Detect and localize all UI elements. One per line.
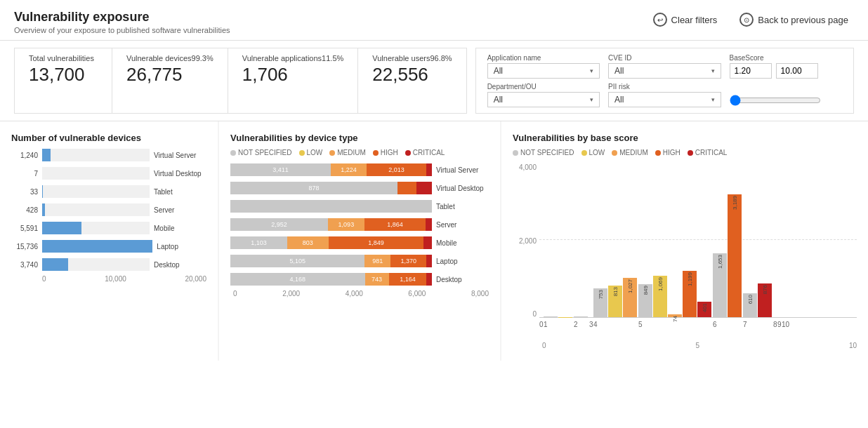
sbar-seg: 2,013 <box>367 163 426 176</box>
sbar-seg: 743 <box>365 273 389 286</box>
vbar-bar: 1,027 <box>623 278 637 317</box>
sbar-seg <box>426 163 432 176</box>
kpi-cards: Total vulnerabilities 13,700 Vulnerable … <box>14 48 467 114</box>
sbar-seg: 3,411 <box>230 163 331 176</box>
kpi-value-2: 1,706 <box>242 64 344 86</box>
legend-label: MEDIUM <box>619 149 648 156</box>
sbar-seg <box>397 182 416 194</box>
legend-dot <box>299 150 305 156</box>
chart3-title: Vulnerabilities by base score <box>513 133 857 143</box>
chart2-title: Vulnerabilities by device type <box>230 133 489 143</box>
chart3-group: 1,653 3,189 6 <box>713 194 742 317</box>
chart3-y-axis: 02,0004,000 <box>513 163 539 318</box>
pii-select[interactable]: All ▾ <box>608 92 721 107</box>
chart3-x-label: 5 <box>638 321 643 328</box>
chart1-bars: 1,240 Virtual Server 7 Virtual Desktop 3… <box>11 149 206 283</box>
chart3-area: 02,0004,0000 1 23 753 813 1,027 4 849 1,… <box>513 163 857 339</box>
sbar-stack: 1,1038031,849 <box>230 236 432 249</box>
app-name-select[interactable]: All ▾ <box>487 63 600 79</box>
dept-select[interactable]: All ▾ <box>487 92 600 107</box>
sbar-row: 3,4111,2242,013 Virtual Server <box>230 163 489 176</box>
sbar-stack: 2,9521,0931,864 <box>230 218 432 231</box>
kpi-value-3: 22,556 <box>372 64 452 86</box>
vbar-bar: 74 <box>668 314 682 317</box>
sbar-seg <box>423 236 432 249</box>
sbar-seg: 2,952 <box>230 218 328 231</box>
vbar-label: 1,027 <box>627 279 633 293</box>
clear-filters-icon: ↩ <box>653 13 667 27</box>
header-left: Vulnerability exposure Overview of your … <box>14 10 230 34</box>
legend-label: CRITICAL <box>695 149 728 156</box>
vbar-bar: 813 <box>608 286 622 317</box>
hbar-container <box>42 167 150 180</box>
chart3-group: 849 1,069 74 1,199 401 5 <box>638 271 711 317</box>
hbar-row: 33 Tablet <box>11 185 206 198</box>
vbar-bar: 1,653 <box>713 253 727 317</box>
cve-id-label: CVE ID <box>608 54 721 62</box>
kpi-value-1: 26,775 <box>126 64 213 86</box>
kpi-label-1: Vulnerable devices <box>126 54 192 62</box>
chart1-axis: 010,00020,000 <box>11 275 206 283</box>
legend-item: MEDIUM <box>612 149 648 156</box>
legend-dot <box>655 150 661 156</box>
hbar-bar <box>42 240 152 253</box>
cve-id-select[interactable]: All ▾ <box>608 63 721 79</box>
vbar-bar: 1,199 <box>683 271 697 317</box>
sbar-cat-label: Virtual Desktop <box>436 185 489 192</box>
sbar-seg <box>426 255 431 267</box>
page-subtitle: Overview of your exposure to published s… <box>14 26 230 34</box>
sbar-cat-label: Virtual Server <box>436 166 489 174</box>
sbar-seg: 1,093 <box>328 218 364 231</box>
hbar-val-label: 5,591 <box>11 225 38 232</box>
vbar-label: 849 <box>643 286 649 295</box>
dept-chevron: ▾ <box>590 96 593 103</box>
hbar-bar <box>42 149 51 161</box>
hbar-val-label: 15,736 <box>11 243 38 250</box>
basescore-range-slider <box>730 83 842 107</box>
chart3-x-label: 0 <box>539 321 544 328</box>
sbar-seg: 1,849 <box>329 236 424 249</box>
filters-panel: Application name All ▾ CVE ID All ▾ Base… <box>475 48 854 114</box>
header-actions: ↩ Clear filters ⊙ Back to previous page <box>647 10 854 29</box>
legend-dot <box>405 150 411 156</box>
vbar-bar: 610 <box>743 293 757 317</box>
hbar-container <box>42 222 150 234</box>
kpi-label-2: Vulnerable applications <box>242 54 322 62</box>
cve-id-filter: CVE ID All ▾ <box>608 54 721 79</box>
chart3-group: 610 876 7 <box>743 283 772 317</box>
hbar-container <box>42 258 150 271</box>
vbar-bar: 753 <box>593 288 607 317</box>
legend-item: LOW <box>299 149 323 156</box>
hbar-val-label: 33 <box>11 188 38 196</box>
legend-dot <box>581 150 587 156</box>
legend-dot <box>612 150 617 156</box>
sbar-stack: 5,1059811,370 <box>230 255 432 267</box>
hbar-container <box>42 185 150 198</box>
legend-label: LOW <box>589 149 605 156</box>
clear-filters-button[interactable]: ↩ Clear filters <box>647 10 723 29</box>
back-button[interactable]: ⊙ Back to previous page <box>734 10 854 29</box>
sbar-seg: 4,168 <box>230 273 365 286</box>
sbar-seg: 803 <box>287 236 329 249</box>
hbar-bar <box>42 258 68 271</box>
hbar-cat-label: Virtual Server <box>154 152 206 159</box>
basescore-range-input[interactable] <box>730 95 821 106</box>
hbar-container <box>42 240 152 253</box>
basescore-min-input[interactable] <box>730 63 772 79</box>
vbar-bar: 401 <box>697 302 711 317</box>
legend-label: NOT SPECIFIED <box>238 149 292 156</box>
app-name-filter: Application name All ▾ <box>487 54 600 79</box>
vbar-label: 401 <box>702 303 708 312</box>
kpi-card-0: Total vulnerabilities 13,700 <box>14 48 112 114</box>
sbar-seg: 1,370 <box>390 255 426 267</box>
sbar-row: 1,1038031,849 Mobile <box>230 236 489 249</box>
kpi-card-2: Vulnerable applications 11.5% 1,706 <box>228 48 359 114</box>
vbar-label: 1,653 <box>717 255 723 269</box>
chart3-x-label: 2 <box>574 321 578 328</box>
dept-label: Department/OU <box>487 83 600 91</box>
dept-filter: Department/OU All ▾ <box>487 83 600 107</box>
kpi-card-3: Vulnerable users 96.8% 22,556 <box>358 48 466 114</box>
chart1-title: Number of vulnerable devices <box>11 133 206 143</box>
basescore-max-input[interactable] <box>776 63 818 79</box>
hbar-row: 1,240 Virtual Server <box>11 149 206 161</box>
